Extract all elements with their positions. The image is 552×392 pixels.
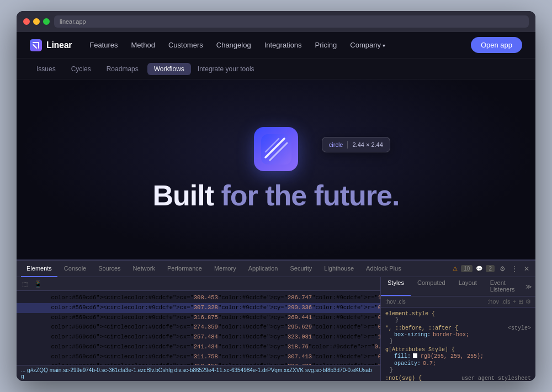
elements-breadcrumb: ... g#zZQQ main.sc-299e974b-0.sc-361cfa3… [17, 365, 380, 381]
hero-title-part2: for the future. [221, 179, 400, 211]
styles-content: element.style { } *, ::before, ::after {… [381, 308, 535, 381]
style-prop-opacity: opacity: 0.7; [385, 360, 531, 367]
devtools-badges: ⚠ 10 💬 2 ⚙ ⋮ ✕ [453, 264, 531, 273]
style-source-2: user agent stylesheet [461, 375, 531, 381]
subnav-roadmaps[interactable]: Roadmaps [100, 63, 145, 75]
style-prop-fill: fill: rgb(255, 255, 255); [385, 353, 531, 360]
styles-tab-more[interactable]: ≫ [522, 277, 535, 296]
hero-app-icon [254, 127, 298, 171]
settings-style-icon[interactable]: ⚙ [526, 298, 531, 305]
code-line-6[interactable]: color:#569cd6"><circle color:#9cdcfe">cx… [17, 352, 380, 362]
nav-integrations[interactable]: Integrations [264, 41, 302, 49]
linear-logo-icon [30, 39, 42, 51]
tooltip-tag: circle [329, 141, 343, 148]
style-rule-universal: *, ::before, ::after { <style> box-sizin… [381, 324, 535, 346]
browser-chrome: linear.app [17, 11, 535, 32]
tooltip-size: 2.44 × 2.44 [352, 141, 383, 148]
code-line-2[interactable]: color:#569cd6"><circle color:#9cdcfe">cx… [17, 313, 380, 323]
style-source: <style> [508, 325, 531, 331]
devtools-tab-performance[interactable]: Performance [162, 261, 208, 277]
address-text: linear.app [60, 18, 86, 25]
devtools-tab-lighthouse[interactable]: Lighthouse [319, 261, 359, 277]
browser-window: linear.app Linear Features Method Custom… [17, 11, 535, 381]
code-line-0[interactable]: color:#569cd6"><circle color:#9cdcfe">cx… [17, 293, 380, 303]
logo-area[interactable]: Linear [30, 39, 72, 51]
tooltip-divider [347, 141, 348, 149]
style-rule-not-svg: :not(svg) { user agent stylesheet transf… [381, 374, 535, 381]
sub-navbar: Issues Cycles Roadmaps Workflows Integra… [17, 59, 535, 80]
close-devtools-icon[interactable]: ✕ [522, 264, 531, 273]
devtools-tab-application[interactable]: Application [243, 261, 284, 277]
hero-title: Built for the future. [153, 180, 400, 211]
breadcrumb-text: ... g#zZQQ main.sc-299e974b-0.sc-361cfa3… [21, 367, 376, 379]
svg-rect-0 [261, 134, 291, 165]
hov-toggle[interactable]: :hov [487, 298, 499, 305]
cls-toggle[interactable]: .cls [501, 298, 511, 305]
nav-pricing[interactable]: Pricing [315, 41, 337, 49]
device-icon[interactable]: 📱 [33, 279, 43, 289]
devtools-toolbar: ⬚ 📱 [17, 277, 380, 291]
close-button[interactable] [23, 18, 30, 25]
nav-customers[interactable]: Customers [168, 41, 203, 49]
devtools-tab-sources[interactable]: Sources [93, 261, 126, 277]
devtools-tab-network[interactable]: Network [128, 261, 161, 277]
code-line-4[interactable]: color:#569cd6"><circle color:#9cdcfe">cx… [17, 332, 380, 342]
devtools-elements-panel: ⬚ 📱 color:#569cd6"><circle color:#9cdcfe… [17, 277, 381, 381]
devtools-body: ⬚ 📱 color:#569cd6"><circle color:#9cdcfe… [17, 277, 535, 381]
style-selector-2: *, ::before, ::after { [385, 325, 458, 331]
hero-title-part1: Built [153, 179, 221, 211]
navbar: Linear Features Method Customers Changel… [17, 32, 535, 59]
subnav-suffix: Integrate your tools [198, 65, 254, 73]
styles-tabs: Styles Computed Layout Event Listeners ≫ [381, 277, 535, 296]
more-icon[interactable]: ⋮ [510, 264, 519, 273]
error-badge: 10 [461, 265, 473, 272]
devtools-styles-panel: Styles Computed Layout Event Listeners ≫… [381, 277, 535, 381]
warning-badge: 2 [486, 265, 495, 272]
minimize-button[interactable] [33, 18, 40, 25]
style-selector-3: g[Attributes Style] { [385, 347, 455, 353]
hero-section: circle 2.44 × 2.44 [17, 80, 535, 259]
style-rule-element: element.style { } [381, 310, 535, 324]
subnav-cycles[interactable]: Cycles [65, 63, 98, 75]
code-line-3[interactable]: color:#569cd6"><circle color:#9cdcfe">cx… [17, 322, 380, 332]
filter-icons: :hov .cls + ⊞ ⚙ [487, 298, 531, 305]
settings-icon[interactable]: ⚙ [498, 264, 507, 273]
nav-features[interactable]: Features [89, 41, 118, 49]
devtools-tab-adblock[interactable]: Adblock Plus [360, 261, 407, 277]
subnav-issues[interactable]: Issues [30, 63, 62, 75]
address-bar[interactable]: linear.app [54, 15, 529, 28]
styles-tab-layout[interactable]: Layout [452, 277, 484, 296]
logo-text: Linear [46, 40, 72, 50]
styles-filter: :hov .cls + ⊞ ⚙ [381, 296, 535, 308]
open-app-button[interactable]: Open app [471, 37, 522, 53]
nav-links: Features Method Customers Changelog Inte… [89, 41, 455, 49]
styles-tab-event-listeners[interactable]: Event Listeners [484, 277, 522, 296]
devtools-tabs: Elements Console Sources Network Perform… [17, 261, 535, 277]
nav-method[interactable]: Method [131, 41, 155, 49]
more-style-icon[interactable]: ⊞ [518, 298, 523, 305]
style-rule-g-attrs: g[Attributes Style] { fill: rgb(255, 255… [381, 346, 535, 374]
devtools-tab-console[interactable]: Console [59, 261, 92, 277]
code-line-1[interactable]: color:#569cd6"><circle color:#9cdcfe">cx… [17, 303, 380, 313]
nav-changelog[interactable]: Changelog [216, 41, 251, 49]
maximize-button[interactable] [43, 18, 50, 25]
code-line-5[interactable]: color:#569cd6"><circle color:#9cdcfe">cx… [17, 342, 380, 352]
tooltip-bubble: circle 2.44 × 2.44 [322, 137, 390, 152]
subnav-workflows[interactable]: Workflows [147, 63, 191, 75]
traffic-lights [23, 18, 50, 25]
inspect-icon[interactable]: ⬚ [20, 279, 30, 289]
website-content: Linear Features Method Customers Changel… [17, 32, 535, 381]
devtools-tab-security[interactable]: Security [284, 261, 317, 277]
styles-filter-input[interactable] [385, 299, 485, 305]
add-style-icon[interactable]: + [513, 298, 516, 305]
devtools-tab-memory[interactable]: Memory [209, 261, 242, 277]
styles-tab-computed[interactable]: Computed [411, 277, 452, 296]
nav-company[interactable]: Company [350, 41, 385, 49]
style-selector-4: :not(svg) { [385, 375, 422, 381]
color-swatch [413, 353, 417, 358]
devtools-tab-elements[interactable]: Elements [21, 261, 57, 277]
styles-tab-styles[interactable]: Styles [381, 277, 411, 296]
devtools-panel: Elements Console Sources Network Perform… [17, 259, 535, 381]
style-selector: element.style { [385, 311, 435, 317]
elements-code: color:#569cd6"><circle color:#9cdcfe">cx… [17, 291, 380, 365]
